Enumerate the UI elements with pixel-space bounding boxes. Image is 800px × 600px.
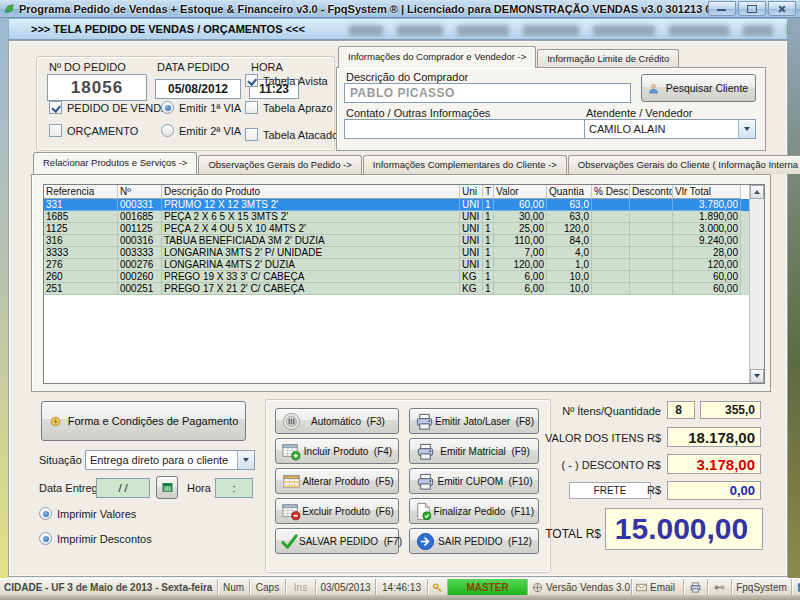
atendente-combobox[interactable]: CAMILO ALAIN <box>584 119 756 139</box>
tabela-aprazo-check-icon[interactable] <box>245 101 258 114</box>
radio-emitir-2via[interactable]: Emitir 2ª VIA <box>161 124 241 137</box>
tab-products-tabs-1[interactable]: Observações Gerais do Pedido -> <box>198 155 361 174</box>
grid-cell-t: 1 <box>483 235 494 247</box>
table-row[interactable]: 276000276LONGARINA 4MTS 2' DÚZIAUNI1120,… <box>44 259 764 271</box>
scroll-up-icon[interactable] <box>750 185 764 199</box>
status-connection-seg[interactable] <box>708 579 732 595</box>
grid-col-header[interactable]: Uni <box>460 185 483 199</box>
table-row[interactable]: 3333003333LONGARINA 3MTS 2' P/ UNIDADEUN… <box>44 247 764 259</box>
forma-pagamento-button[interactable]: $ Forma e Condições de Pagamento <box>41 401 246 441</box>
orcamento-check-icon[interactable] <box>49 124 62 137</box>
grid-cell-valor: 25,00 <box>494 223 547 235</box>
desconto-field: 3.178,00 <box>667 454 761 474</box>
grid-col-header[interactable]: Nº <box>118 185 162 199</box>
autom-tico-button[interactable]: Automático (F3) <box>275 408 399 434</box>
order-number-field[interactable]: 18056 <box>47 74 147 101</box>
itens-quantidade-label: Nº Ítens/Quantidade <box>529 405 661 417</box>
grid-col-header[interactable]: Vlr Total <box>673 185 741 199</box>
emitir-2via-radio-icon[interactable] <box>161 124 174 137</box>
calendar-button[interactable] <box>156 476 178 499</box>
itens-quantidade-field: 355,0 <box>700 401 761 419</box>
grid-cell-ref: 260 <box>44 271 118 283</box>
table-row[interactable]: 1685001685PEÇA 2 X 6 5 X 15 3MTS 2'UNI13… <box>44 211 764 223</box>
tab-products-tabs-0[interactable]: Relacionar Produtos e Serviços -> <box>33 152 197 174</box>
grid-cell-quantia: 120,0 <box>547 223 592 235</box>
table-row[interactable]: 331000331PRUMO 12 X 12 3MTS 2'UNI160,006… <box>44 199 764 211</box>
tab-products-tabs-2[interactable]: Informações Complementares do Cliente -> <box>363 155 567 174</box>
radio-imprimir-valores[interactable]: Imprimir Valores <box>39 507 136 520</box>
buyer-tabs: Informações do Comprador e Vendedor ->In… <box>338 49 680 68</box>
atendente-dropdown-icon[interactable] <box>738 120 755 138</box>
salvar-pedido-button[interactable]: SALVAR PEDIDO (F7) <box>275 528 399 554</box>
radio-imprimir-descontos[interactable]: Imprimir Descontos <box>39 532 152 545</box>
close-button[interactable] <box>768 1 796 16</box>
checkbox-tabela-avista[interactable]: Tabela Avista <box>245 74 328 87</box>
hora-entrega-field[interactable]: : <box>215 478 253 498</box>
imprimir-descontos-radio-icon[interactable] <box>39 532 52 545</box>
imprimir-valores-radio-icon[interactable] <box>39 507 52 520</box>
grid-col-header[interactable]: Quantia <box>547 185 592 199</box>
alterar-produto-button[interactable]: Alterar Produto (F5) <box>275 468 399 494</box>
grid-cell-t: 1 <box>483 259 494 271</box>
grid-cell-desconto <box>630 211 673 223</box>
descricao-comprador-label: Descrição do Comprador <box>346 71 468 83</box>
products-tabs: Relacionar Produtos e Serviços ->Observa… <box>33 155 800 174</box>
situacao-combobox[interactable]: Entrega direto para o cliente <box>85 450 255 470</box>
grid-vertical-scrollbar[interactable] <box>749 185 764 383</box>
checkbox-pedido-venda[interactable]: PEDIDO DE VENDA <box>49 101 168 114</box>
excluir-produto-button[interactable]: Excluir Produto (F6) <box>275 498 399 524</box>
tab-buyer-tabs-0[interactable]: Informações do Comprador e Vendedor -> <box>338 46 536 68</box>
grid-cell-num: 000276 <box>118 259 162 271</box>
grid-col-header[interactable]: Valor <box>494 185 547 199</box>
grid-cell-num: 000260 <box>118 271 162 283</box>
table-row[interactable]: 251000251PREGO 17 X 21 2' C/ CABEÇAKG16,… <box>44 283 764 295</box>
grid-col-header[interactable]: Referencia <box>44 185 118 199</box>
radio-emitir-1via[interactable]: Emitir 1ª VIA <box>161 101 241 114</box>
status-version[interactable]: Versão Vendas 3.0 <box>528 579 632 595</box>
grid-col-header[interactable]: Descrição do Produto <box>162 185 460 199</box>
minimize-button[interactable] <box>708 1 736 16</box>
status-email[interactable]: Email <box>632 579 684 595</box>
incluir-produto-button[interactable]: Incluir Produto (F4) <box>275 438 399 464</box>
emitir-jato-laser-button[interactable]: Emitir Jato/Laser (F8) <box>409 408 539 434</box>
data-entrega-label: Data Entrega <box>39 482 104 494</box>
tab-products-tabs-3[interactable]: Observações Gerais do Cliente ( Informaç… <box>568 155 800 174</box>
sair-pedido-button[interactable]: SAIR PEDIDO (F12) <box>409 528 539 554</box>
grid-col-header[interactable]: % Desc. <box>592 185 630 199</box>
situacao-dropdown-icon[interactable] <box>237 451 254 469</box>
tab-buyer-tabs-1[interactable]: Informação Limite de Crédito <box>537 49 679 68</box>
tabela-atacado-check-icon[interactable] <box>245 128 258 141</box>
grid-col-header[interactable]: Desconto <box>630 185 673 199</box>
grid-col-header[interactable]: T <box>483 185 494 199</box>
exit-icon <box>414 531 436 551</box>
pedido-venda-check-icon[interactable] <box>49 101 62 114</box>
status-printer-seg[interactable] <box>684 579 708 595</box>
situacao-label: Situação <box>39 454 82 466</box>
descricao-comprador-field[interactable]: PABLO PICASSO <box>344 83 631 103</box>
desktop-edge-left <box>0 18 8 595</box>
printer-icon <box>690 582 701 593</box>
checkbox-tabela-aprazo[interactable]: Tabela Aprazo <box>245 101 333 114</box>
order-date-field[interactable]: 05/08/2012 <box>155 79 241 99</box>
tabela-avista-check-icon[interactable] <box>245 74 258 87</box>
scroll-down-icon[interactable] <box>750 369 764 383</box>
grid-cell-ref: 316 <box>44 235 118 247</box>
pesquisar-cliente-button[interactable]: Pesquisar Cliente <box>641 74 756 102</box>
emitir-1via-radio-icon[interactable] <box>161 101 174 114</box>
checkbox-tabela-atacado[interactable]: Tabela Atacado <box>245 128 338 141</box>
grid-cell-desconto <box>630 247 673 259</box>
frete-currency-label: R$ <box>629 484 661 496</box>
table-row[interactable]: 1125001125PEÇA 2 X 4 OU 5 X 10 4MTS 2'UN… <box>44 223 764 235</box>
checkbox-orcamento[interactable]: ORÇAMENTO <box>49 124 138 137</box>
grid-cell-uni: UNI <box>460 259 483 271</box>
status-insert: Ins <box>286 579 316 595</box>
emitir-cupom-button[interactable]: Emitir CUPOM (F10) <box>409 468 539 494</box>
emitir-matricial-button[interactable]: Emitir Matricial (F9) <box>409 438 539 464</box>
table-row[interactable]: 316000316TABUA BENEFICIADA 3M 2' DUZIAUN… <box>44 235 764 247</box>
grid-cell-pdesc <box>592 259 630 271</box>
grid-cell-quantia: 63,0 <box>547 199 592 211</box>
maximize-button[interactable] <box>738 1 766 16</box>
table-row[interactable]: 260000260PREGO 19 X 33 3' C/ CABEÇAKG16,… <box>44 271 764 283</box>
finalizar-pedido-button[interactable]: Finalizar Pedido (F11) <box>409 498 539 524</box>
data-entrega-field[interactable]: / / <box>96 478 150 498</box>
